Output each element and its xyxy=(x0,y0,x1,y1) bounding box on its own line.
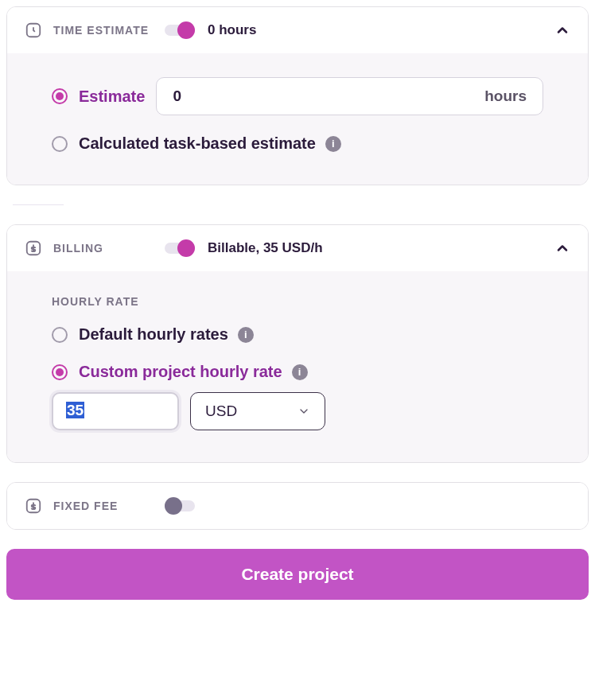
billing-card: BILLING Billable, 35 USD/h HOURLY RATE D… xyxy=(6,224,589,463)
hours-input-wrap[interactable]: hours xyxy=(156,77,543,115)
custom-rate-radio[interactable] xyxy=(52,364,68,380)
rate-input-row: 35 USD xyxy=(52,392,543,430)
billing-summary: Billable, 35 USD/h xyxy=(208,240,554,256)
billing-toggle[interactable] xyxy=(165,239,195,257)
fixed-fee-card: FIXED FEE xyxy=(6,482,589,530)
estimate-radio[interactable] xyxy=(52,88,68,104)
hourly-rate-title: HOURLY RATE xyxy=(52,295,543,308)
calculated-radio[interactable] xyxy=(52,136,68,152)
clock-icon xyxy=(25,21,42,39)
time-estimate-body: Estimate hours Calculated task-based est… xyxy=(7,53,588,185)
fixed-fee-title: FIXED FEE xyxy=(53,500,165,512)
chevron-up-icon xyxy=(554,240,570,256)
time-estimate-title: TIME ESTIMATE xyxy=(53,24,165,37)
dollar-icon xyxy=(25,497,42,515)
estimate-radio-row: Estimate hours xyxy=(52,77,543,115)
dollar-icon xyxy=(25,239,42,257)
fixed-fee-header[interactable]: FIXED FEE xyxy=(7,483,588,529)
rate-input-wrap[interactable]: 35 xyxy=(52,392,179,430)
default-rate-label: Default hourly rates xyxy=(79,325,228,344)
hours-input[interactable] xyxy=(173,88,484,105)
time-estimate-toggle[interactable] xyxy=(165,21,195,39)
info-icon[interactable]: i xyxy=(292,364,308,380)
time-estimate-header[interactable]: TIME ESTIMATE 0 hours xyxy=(7,7,588,53)
divider xyxy=(13,204,64,205)
info-icon[interactable]: i xyxy=(325,136,341,152)
info-icon[interactable]: i xyxy=(238,327,254,343)
hours-suffix: hours xyxy=(484,88,527,105)
custom-rate-row: Custom project hourly rate i xyxy=(52,363,543,381)
currency-select[interactable]: USD xyxy=(190,392,325,430)
time-estimate-summary: 0 hours xyxy=(208,22,554,38)
create-project-button[interactable]: Create project xyxy=(6,549,589,600)
chevron-up-icon xyxy=(554,22,570,38)
currency-label: USD xyxy=(205,402,237,420)
default-rate-radio[interactable] xyxy=(52,327,68,343)
billing-title: BILLING xyxy=(53,242,165,255)
rate-input[interactable]: 35 xyxy=(66,402,165,419)
calculated-radio-label: Calculated task-based estimate xyxy=(79,134,316,153)
chevron-down-icon xyxy=(298,405,310,418)
default-rate-row: Default hourly rates i xyxy=(52,325,543,344)
calculated-radio-row: Calculated task-based estimate i xyxy=(52,134,543,153)
fixed-fee-toggle[interactable] xyxy=(165,497,195,515)
billing-header[interactable]: BILLING Billable, 35 USD/h xyxy=(7,225,588,271)
time-estimate-card: TIME ESTIMATE 0 hours Estimate hours Cal… xyxy=(6,6,589,185)
estimate-radio-label: Estimate xyxy=(79,88,145,106)
custom-rate-label: Custom project hourly rate xyxy=(79,363,282,381)
billing-body: HOURLY RATE Default hourly rates i Custo… xyxy=(7,271,588,462)
